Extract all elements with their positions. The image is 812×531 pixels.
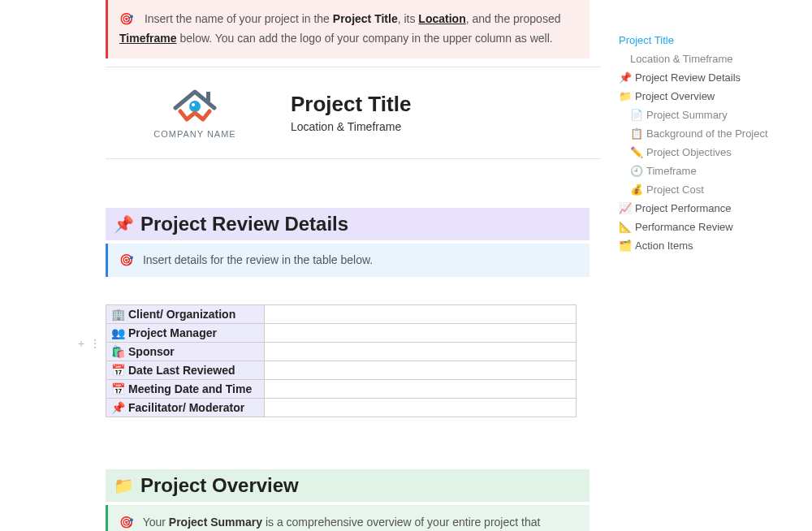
outline-item[interactable]: 📁Project Overview	[617, 87, 796, 106]
intro-hint-text: Insert the name of your project in the P…	[119, 12, 560, 45]
row-icon: 🏢	[111, 308, 125, 321]
row-label: Client/ Organization	[128, 308, 235, 321]
outline-item-icon: 📁	[619, 90, 632, 102]
target-icon: 🎯	[119, 253, 133, 266]
company-logo-block: COMPANY NAME	[138, 87, 252, 139]
svg-point-2	[192, 103, 195, 106]
review-hint-text: Insert details for the review in the tab…	[143, 253, 373, 266]
target-icon: 🎯	[119, 12, 133, 25]
row-icon: 🛍️	[111, 345, 125, 358]
outline-item-label: Project Review Details	[635, 71, 741, 84]
document-outline[interactable]: Project TitleLocation & Timeframe📌Projec…	[617, 31, 796, 255]
outline-item[interactable]: 🕘Timeframe	[617, 162, 796, 180]
table-row[interactable]: 📅Date Last Reviewed	[106, 360, 577, 379]
outline-item[interactable]: 📐Performance Review	[617, 218, 796, 236]
project-title[interactable]: Project Title	[291, 92, 411, 117]
row-icon: 📅	[111, 382, 125, 395]
table-value-cell[interactable]	[265, 304, 577, 323]
outline-item-label: Performance Review	[635, 221, 733, 233]
company-logo-icon	[169, 87, 221, 126]
review-hint-box: 🎯 Insert details for the review in the t…	[106, 244, 590, 277]
outline-item-label: Background of the Project	[646, 127, 768, 140]
section-heading-overview-label: Project Overview	[140, 474, 299, 497]
row-label: Meeting Date and Time	[128, 382, 252, 395]
table-value-cell[interactable]	[265, 342, 577, 360]
table-row[interactable]: 👥Project Manager	[106, 323, 577, 342]
row-icon: 📌	[111, 401, 125, 414]
table-row[interactable]: 🛍️Sponsor	[106, 342, 577, 360]
outline-item-icon: 🗂️	[619, 240, 632, 252]
table-value-cell[interactable]	[265, 379, 577, 398]
outline-item-icon: 📌	[619, 71, 632, 84]
outline-item-icon: 📐	[619, 221, 632, 233]
divider	[106, 67, 601, 67]
section-heading-review[interactable]: 📌 Project Review Details	[106, 208, 590, 240]
table-label-cell[interactable]: 🏢Client/ Organization	[106, 304, 265, 323]
outline-item-label: Location & Timeframe	[630, 53, 732, 65]
outline-item-icon: 🕘	[630, 165, 643, 177]
outline-item-label: Project Performance	[635, 202, 732, 214]
row-label: Project Manager	[128, 326, 217, 339]
outline-item-label: Timeframe	[646, 165, 697, 177]
outline-item-icon: 📋	[630, 127, 643, 140]
overview-hint-text: Your Project Summary is a comprehensive …	[119, 516, 576, 531]
section-heading-review-label: Project Review Details	[140, 213, 348, 235]
row-icon: 👥	[111, 326, 125, 339]
company-name-label: COMPANY NAME	[138, 129, 252, 139]
outline-item[interactable]: 📈Project Performance	[617, 199, 796, 218]
outline-item-label: Project Summary	[646, 109, 728, 121]
outline-item-label: Action Items	[635, 240, 693, 252]
table-label-cell[interactable]: 📌Facilitator/ Moderator	[106, 398, 265, 417]
row-label: Sponsor	[128, 345, 175, 358]
header-row: COMPANY NAME Project Title Location & Ti…	[138, 87, 590, 139]
table-row[interactable]: 📌Facilitator/ Moderator	[106, 398, 577, 417]
table-row[interactable]: 🏢Client/ Organization	[106, 304, 577, 323]
outline-item[interactable]: 🗂️Action Items	[617, 236, 796, 255]
table-row[interactable]: 📅Meeting Date and Time	[106, 379, 577, 398]
divider	[106, 158, 601, 159]
table-label-cell[interactable]: 📅Meeting Date and Time	[106, 379, 265, 398]
outline-item-icon: 📈	[619, 202, 632, 214]
outline-item[interactable]: Location & Timeframe	[617, 50, 796, 68]
outline-item-label: Project Title	[619, 34, 674, 46]
table-value-cell[interactable]	[265, 398, 577, 417]
table-label-cell[interactable]: 🛍️Sponsor	[106, 342, 265, 360]
target-icon: 🎯	[119, 516, 133, 529]
outline-item[interactable]: Project Title	[617, 31, 796, 50]
table-label-cell[interactable]: 📅Date Last Reviewed	[106, 360, 265, 379]
project-subtitle[interactable]: Location & Timeframe	[291, 120, 411, 133]
outline-item[interactable]: 📄Project Summary	[617, 106, 796, 124]
outline-item[interactable]: ✏️Project Objectives	[617, 143, 796, 162]
table-value-cell[interactable]	[265, 323, 577, 342]
overview-hint-box: 🎯 Your Project Summary is a comprehensiv…	[106, 505, 590, 531]
outline-item-icon: 📄	[630, 109, 643, 121]
svg-point-1	[189, 101, 201, 112]
add-block-icon[interactable]: +	[78, 337, 84, 350]
svg-rect-0	[206, 92, 210, 101]
table-label-cell[interactable]: 👥Project Manager	[106, 323, 265, 342]
outline-item-label: Project Cost	[646, 183, 704, 196]
outline-item[interactable]: 📋Background of the Project	[617, 124, 796, 143]
table-value-cell[interactable]	[265, 360, 577, 379]
outline-item-icon: 💰	[630, 183, 643, 196]
intro-hint-box: 🎯 Insert the name of your project in the…	[106, 0, 590, 58]
outline-item[interactable]: 💰Project Cost	[617, 180, 796, 199]
outline-item-icon: ✏️	[630, 146, 643, 158]
folder-icon: 📁	[114, 476, 134, 495]
review-details-table[interactable]: 🏢Client/ Organization👥Project Manager🛍️S…	[106, 304, 577, 417]
row-icon: 📅	[111, 364, 125, 377]
outline-item[interactable]: 📌Project Review Details	[617, 68, 796, 87]
pin-icon: 📌	[114, 214, 134, 234]
section-heading-overview[interactable]: 📁 Project Overview	[106, 469, 590, 502]
row-label: Facilitator/ Moderator	[128, 401, 244, 414]
outline-item-label: Project Objectives	[646, 146, 732, 158]
row-label: Date Last Reviewed	[128, 364, 235, 377]
outline-item-label: Project Overview	[635, 90, 715, 102]
